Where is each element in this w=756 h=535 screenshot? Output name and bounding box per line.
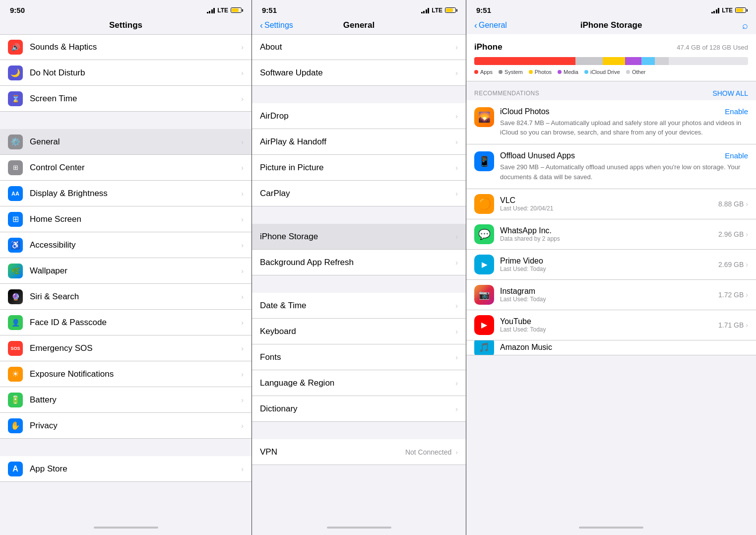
general-item-airdrop[interactable]: AirDrop › [252, 103, 466, 129]
general-item-datetime[interactable]: Date & Time › [252, 293, 466, 319]
controlcenter-icon: ⊞ [8, 160, 23, 175]
left-home-bar [94, 527, 158, 529]
general-item-keyboard[interactable]: Keyboard › [252, 319, 466, 344]
amazonmusic-icon: 🎵 [474, 340, 494, 355]
display-icon: AA [8, 186, 23, 201]
general-item-language[interactable]: Language & Region › [252, 370, 466, 396]
middle-status-bar: 9:51 LTE [252, 0, 466, 18]
legend-apps-label: Apps [480, 69, 493, 75]
sidebar-item-controlcenter[interactable]: ⊞ Control Center › [0, 155, 252, 181]
whatsapp-chevron: › [746, 230, 748, 238]
sidebar-item-dnd[interactable]: 🌙 Do Not Disturb › [0, 60, 252, 86]
sidebar-item-exposure[interactable]: ☀ Exposure Notifications › [0, 361, 252, 387]
sidebar-item-faceid[interactable]: 👤 Face ID & Passcode › [0, 310, 252, 335]
sounds-chevron: › [241, 43, 244, 51]
recommendations-label: RECOMMENDATIONS [474, 90, 539, 97]
legend-icloud: iCloud Drive [584, 69, 620, 75]
instagram-chevron: › [746, 291, 748, 299]
search-icon[interactable]: ⌕ [742, 20, 748, 31]
sidebar-item-wallpaper[interactable]: 🌿 Wallpaper › [0, 258, 252, 284]
app-row-youtube[interactable]: ▶ YouTube Last Used: Today 1.71 GB › [466, 310, 756, 340]
sidebar-item-display[interactable]: AA Display & Brightness › [0, 181, 252, 206]
app-row-primevideo[interactable]: ▶ Prime Video Last Used: Today 2.69 GB › [466, 250, 756, 280]
controlcenter-label: Control Center [30, 163, 239, 173]
appstore-chevron: › [241, 465, 244, 473]
dnd-chevron: › [241, 69, 244, 77]
appstore-icon: A [8, 462, 23, 476]
general-item-pip[interactable]: Picture in Picture › [252, 155, 466, 181]
whatsapp-name: WhatsApp Inc. [500, 226, 712, 235]
general-item-carplay[interactable]: CarPlay › [252, 181, 466, 206]
bar-media [625, 57, 641, 65]
general-item-about[interactable]: About › [252, 34, 466, 60]
sidebar-item-accessibility[interactable]: ♿ Accessibility › [0, 232, 252, 258]
instagram-name: Instagram [500, 287, 712, 296]
airplay-chevron: › [455, 138, 458, 146]
siri-chevron: › [241, 293, 244, 301]
keyboard-label: Keyboard [260, 327, 453, 336]
lte-icon: LTE [217, 7, 228, 14]
general-item-airplay[interactable]: AirPlay & Handoff › [252, 129, 466, 155]
sidebar-item-homescreen[interactable]: ⊞ Home Screen › [0, 206, 252, 232]
sidebar-item-siri[interactable]: 🔮 Siri & Search › [0, 284, 252, 310]
exposure-chevron: › [241, 370, 244, 378]
offload-enable[interactable]: Enable [725, 151, 748, 160]
instagram-sub: Last Used: Today [500, 296, 712, 303]
whatsapp-sub: Data shared by 2 apps [500, 235, 712, 242]
privacy-label: Privacy [30, 421, 239, 431]
language-label: Language & Region [260, 378, 453, 388]
general-item-vpn[interactable]: VPN Not Connected › [252, 439, 466, 465]
back-button[interactable]: ‹ Settings [260, 20, 293, 31]
controlcenter-chevron: › [241, 164, 244, 172]
device-name: iPhone [474, 42, 503, 52]
offload-icon: 📱 [474, 151, 494, 171]
keyboard-chevron: › [455, 328, 458, 335]
sidebar-item-screentime[interactable]: ⌛ Screen Time › [0, 86, 252, 112]
pip-label: Picture in Picture [260, 163, 453, 173]
emergencysos-icon: SOS [8, 341, 23, 356]
display-chevron: › [241, 190, 244, 198]
lte-icon: LTE [432, 7, 442, 14]
accessibility-label: Accessibility [30, 240, 239, 250]
general-item-backgroundrefresh[interactable]: Background App Refresh › [252, 250, 466, 275]
offload-content: Offload Unused Apps Enable Save 290 MB –… [500, 151, 748, 181]
general-item-iphonestorage[interactable]: iPhone Storage › [252, 224, 466, 250]
primevideo-name: Prime Video [500, 257, 712, 266]
back-label: Settings [264, 21, 293, 30]
sidebar-item-privacy[interactable]: ✋ Privacy › [0, 413, 252, 439]
middle-panel: 9:51 LTE ‹ Settings General About › [252, 0, 466, 535]
emergencysos-chevron: › [241, 344, 244, 352]
whatsapp-info: WhatsApp Inc. Data shared by 2 apps [500, 226, 712, 242]
bar-photos [603, 57, 625, 65]
primevideo-chevron: › [746, 261, 748, 268]
recommendations-header: RECOMMENDATIONS SHOW ALL [466, 81, 756, 100]
storage-card-header: iPhone 47.4 GB of 128 GB Used [474, 42, 748, 52]
sidebar-item-appstore[interactable]: A App Store › [0, 456, 252, 482]
general-item-softwareupdate[interactable]: Software Update › [252, 60, 466, 86]
general-item-dictionary[interactable]: Dictionary › [252, 396, 466, 422]
instagram-info: Instagram Last Used: Today [500, 287, 712, 303]
appstore-label: App Store [30, 464, 239, 474]
sidebar-item-battery[interactable]: 🔋 Battery › [0, 387, 252, 413]
app-row-vlc[interactable]: 🟠 VLC Last Used: 20/04/21 8.88 GB › [466, 189, 756, 219]
recommendation-offload: 📱 Offload Unused Apps Enable Save 290 MB… [466, 144, 756, 189]
vlc-icon: 🟠 [474, 194, 494, 214]
legend-icloud-dot [584, 70, 588, 74]
battery-chevron: › [241, 396, 244, 404]
sidebar-item-general[interactable]: ⚙️ General › [0, 129, 252, 155]
sidebar-item-emergencysos[interactable]: SOS Emergency SOS › [0, 335, 252, 361]
privacy-chevron: › [241, 422, 244, 430]
right-back-button[interactable]: ‹ General [474, 20, 507, 31]
icloud-photos-enable[interactable]: Enable [725, 107, 748, 116]
display-label: Display & Brightness [30, 189, 239, 199]
offload-title-row: Offload Unused Apps Enable [500, 151, 748, 160]
section-gap-2 [0, 439, 252, 456]
icloud-photos-icon: 🌄 [474, 107, 494, 127]
storage-legend: Apps System Photos Media iCloud Drive [474, 69, 748, 75]
sidebar-item-sounds[interactable]: 🔊 Sounds & Haptics › [0, 34, 252, 60]
show-all-button[interactable]: SHOW ALL [712, 89, 748, 97]
app-row-instagram[interactable]: 📷 Instagram Last Used: Today 1.72 GB › [466, 280, 756, 310]
app-row-whatsapp[interactable]: 💬 WhatsApp Inc. Data shared by 2 apps 2.… [466, 219, 756, 250]
general-item-fonts[interactable]: Fonts › [252, 344, 466, 370]
app-row-amazonmusic[interactable]: 🎵 Amazon Music [466, 340, 756, 355]
